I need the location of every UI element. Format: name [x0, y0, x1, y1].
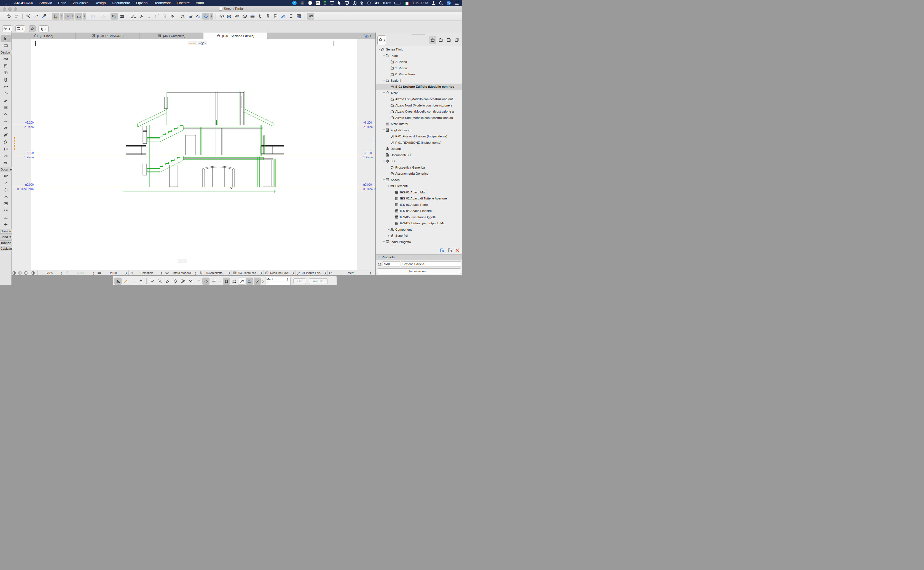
toolbox-group-label[interactable]: Tubazio — [0, 240, 12, 245]
tree-item[interactable]: 2. Piano — [376, 59, 462, 65]
more-options-chevron[interactable]: ❯ — [261, 280, 265, 282]
markup-button[interactable] — [195, 13, 202, 20]
tool-muro[interactable] — [0, 56, 11, 63]
tool-parapetto[interactable] — [0, 104, 11, 111]
status-metri[interactable]: Metri❯ — [327, 270, 373, 275]
menu-archivio[interactable]: Archivio — [37, 0, 55, 6]
menu-clock[interactable]: Lun 20:13 — [413, 1, 428, 5]
password-app-icon[interactable] — [308, 1, 312, 5]
bluetooth-icon[interactable] — [360, 1, 363, 5]
erase-guides-button[interactable] — [137, 277, 145, 285]
elevate-button[interactable] — [169, 13, 176, 20]
trim-button[interactable] — [138, 13, 145, 20]
tree-item[interactable]: F-01 Flusso di Lavoro (Indipendente) — [376, 133, 462, 139]
tool-oggetto[interactable] — [0, 146, 11, 152]
tree-item[interactable]: ▼Sezioni — [376, 78, 462, 84]
tool-alzato[interactable] — [0, 214, 11, 221]
tool-cerchio[interactable] — [0, 187, 11, 193]
tree-item[interactable]: Assonometria Generica — [376, 170, 462, 177]
calendar-icon[interactable]: 26 — [316, 1, 320, 5]
favorites-button[interactable] — [272, 13, 279, 20]
snap-bisector-button[interactable] — [164, 277, 171, 285]
menu-design[interactable]: Design — [92, 0, 108, 6]
tree-item[interactable]: Alzato Ovest (Modello con ricostruzione … — [376, 109, 462, 115]
zoom-forward-icon[interactable] — [18, 271, 22, 275]
guide-ruler-button[interactable] — [52, 13, 59, 20]
volume-icon[interactable] — [375, 1, 379, 5]
menu-teamwork[interactable]: Teamwork — [151, 0, 174, 6]
tree-item[interactable]: Alzato Sud (Modello con ricostruzione au — [376, 115, 462, 121]
tool-trave[interactable] — [0, 83, 11, 90]
airplay-icon[interactable] — [345, 1, 349, 5]
tab-overview-button[interactable]: ▼ — [363, 34, 371, 38]
tree-item[interactable]: Documenti 3D — [376, 152, 462, 158]
cancel-button[interactable]: Annulla — [309, 278, 327, 284]
modify-button[interactable] — [187, 13, 194, 20]
tool-mesh[interactable] — [0, 159, 11, 166]
guide-line-handle-top[interactable] — [188, 41, 197, 45]
guide-lines-button[interactable] — [64, 13, 71, 20]
snap-offset-button[interactable] — [171, 277, 179, 285]
coordinates-button[interactable]: XY — [75, 13, 82, 20]
siri-icon[interactable] — [447, 1, 451, 5]
selection-options[interactable]: ❯ — [15, 25, 25, 32]
status-03-architetto-[interactable]: 03 Architetto...❯ — [198, 270, 232, 275]
navigator-mode-project-map[interactable] — [429, 36, 436, 44]
surface-button[interactable] — [264, 13, 272, 20]
snap-multi-offset-button[interactable] — [179, 277, 186, 285]
tool-solaio[interactable] — [0, 90, 11, 97]
tree-item[interactable]: ▼Alzati — [376, 90, 462, 96]
wifi-icon[interactable] — [367, 1, 371, 5]
show-in-3d-button[interactable] — [202, 13, 209, 20]
fit-in-window-icon[interactable] — [31, 271, 35, 275]
tool-scala[interactable] — [0, 97, 11, 104]
tree-item[interactable]: IES-05 Inventario Oggetti — [376, 214, 462, 221]
new-viewpoint-button[interactable] — [447, 248, 452, 254]
tree-item[interactable]: IES-02 Abaco di Tutte le Aperture — [376, 195, 462, 202]
menu-documento[interactable]: Documento — [109, 0, 133, 6]
relative-construction-field[interactable]: Metà❯ 2 — [265, 277, 290, 285]
ok-button[interactable]: OK — [293, 278, 306, 284]
section-id-field[interactable] — [383, 261, 400, 267]
fillet-button[interactable] — [153, 13, 160, 20]
keyboard-flag-icon[interactable] — [405, 2, 409, 5]
edit-in-3d-button[interactable] — [110, 13, 118, 20]
tool-falda[interactable] — [0, 111, 11, 118]
snap-intersection-button[interactable] — [187, 277, 194, 285]
toolbox-group-label[interactable]: Docume — [0, 167, 12, 172]
view-settings-button[interactable] — [440, 248, 444, 254]
tool-porta[interactable] — [0, 63, 11, 69]
delete-viewpoint-button[interactable] — [455, 248, 460, 254]
collapse-arrow-icon[interactable]: ▼ — [383, 129, 385, 131]
palette-drag-handle[interactable] — [412, 34, 425, 34]
snap-grid-button[interactable] — [210, 277, 217, 285]
toolbox-group-label[interactable]: Ulteriori — [0, 229, 12, 234]
collapse-arrow-icon[interactable]: ▼ — [383, 92, 385, 94]
collapse-arrow-icon[interactable]: ▼ — [383, 54, 385, 57]
composite-button[interactable] — [249, 13, 256, 20]
collapse-arrow-icon[interactable]: ▼ — [378, 48, 381, 51]
toolbox-handle[interactable] — [0, 32, 11, 35]
redo-button[interactable] — [13, 13, 20, 20]
tree-item[interactable]: Prospettiva Generica — [376, 164, 462, 171]
edit-nodes-button[interactable] — [179, 13, 186, 20]
magnet-snap[interactable] — [29, 25, 35, 32]
section-canvas[interactable]: +6,2002 Piano+6,2002 Piano+3,1001 Piano+… — [12, 39, 376, 270]
tool-curtain-wall[interactable] — [0, 132, 11, 138]
creative-cloud-icon[interactable] — [300, 1, 305, 5]
menu-visualizza[interactable]: Visualizza — [69, 0, 92, 6]
tree-item[interactable]: IES-BX Default per output BIMx — [376, 220, 462, 227]
navigator-mode-view-map[interactable] — [437, 36, 444, 44]
snap-point-button[interactable] — [202, 277, 209, 285]
marquee-options[interactable]: ❯ — [2, 25, 12, 32]
inject-all-button[interactable] — [40, 13, 47, 20]
tool-polilinea[interactable] — [0, 193, 11, 200]
menu-archicad[interactable]: ARCHICAD — [11, 0, 37, 6]
menu-opzioni[interactable]: Opzioni — [133, 0, 151, 6]
menu-aiuto[interactable]: Aiuto — [193, 0, 207, 6]
tool-shell[interactable] — [0, 118, 11, 125]
tree-item[interactable]: IES-01 Abaco Muri — [376, 189, 462, 196]
tool-sezione[interactable] — [0, 207, 11, 214]
schedule-button[interactable] — [295, 13, 302, 20]
status-01-pianta-esis-[interactable]: 01 Pianta Esis...❯ — [295, 270, 327, 275]
